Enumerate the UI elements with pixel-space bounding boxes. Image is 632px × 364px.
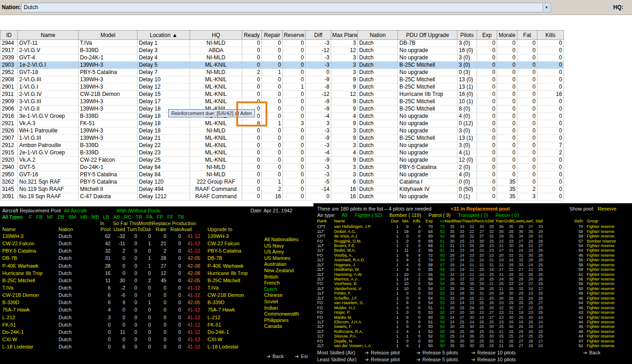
pilot-row-hogenes-j[interactable]: 2LTHogenes, J.14058572924212131212833242… [317,263,628,267]
group-row-2950[interactable]: 2950GVT-16PBY-5 CatalinaDelay 84NI-MLD00… [0,171,564,179]
pool-row-cw-22-falcon[interactable]: CW-22 FalconDutch42-110121041-12CW-22 Fa… [2,240,304,247]
air-type-transport-0[interactable]: Transport ( 0) [458,212,488,218]
pilot-back-button[interactable]: ➔Back [583,350,600,356]
pilot-row-voorhees-b[interactable]: FOVoorhees, B.11005454283035282125332427… [317,281,628,286]
group-row-2952[interactable]: 2952GVT-18PBY-5 CatalinaDelay 7NI-MLD210… [0,69,564,76]
pilot-row-bedet-w-a[interactable]: 1LTBedet, W.A.11126661312326222327312423… [317,248,628,253]
pool-row-b-339d[interactable]: B-339DDutch69010042-05B-339D [2,299,304,306]
group-row-2906[interactable]: 29062-VI.G.II139WH-3Delay 18ML-KNIL000-9… [0,106,564,113]
pilot-row-manke-m[interactable]: FOManke M.18050502427302427233025202442F… [317,315,628,319]
group-row-2916[interactable]: 29163e-1-VI.G.V GroepB-339DDelay 18ML-KN… [0,113,564,120]
type-filter-lb[interactable]: LB [103,214,109,220]
nationality-indian[interactable]: Indian [264,305,299,311]
pilot-row-deibel-a-g[interactable]: 1LTDeibel, A.G.1190646335332227323028363… [317,229,628,233]
pilot-row-sleeuw-p-a[interactable]: 1LTSleeuw, P.A.1105250252436253025252425… [317,334,628,338]
pilot-row-bruggink-g-m[interactable]: FOBruggink, G.M.100586130252330252233272… [317,238,628,243]
group-row-2903[interactable]: 29031e-2-VI.G.I139WH-3Delay 5ML-KNIL000-… [0,62,564,69]
pool-row-139wh-3[interactable]: 139WH-3Dutch62-32000041-12139WH-3 [2,232,304,240]
pilot-col-header-navs[interactable]: NavS [464,219,474,223]
col-header-repair[interactable]: Repair [262,31,283,40]
type-filter-all-types[interactable]: All Types [2,214,22,220]
air-type-recon-0[interactable]: Recon ( 0) [495,212,519,218]
pool-row-cxi-w[interactable]: CXI-WDutch00000041-12CXI-W [2,336,304,343]
pilot-col-header-navt[interactable]: NavT [455,219,465,223]
group-row-3262[interactable]: 3262No.321 Sqn RAFPBY-5 CatalinaDelay 12… [0,179,564,186]
group-row-2944[interactable]: 2944GVT-11T.IVaDelay 1NI-MLD000-33DutchD… [0,40,564,47]
col-header-exp[interactable]: Exp [477,31,497,40]
pilot-row-van-der-vossen-l-a[interactable]: 2LTvan der Vossen, L.A.14150503530302525… [317,343,628,348]
pilot-row-broers-f-e[interactable]: 1LTBroers, F.E.1206861312325282321302622… [317,243,628,248]
nationality-australian[interactable]: Australian [264,261,299,268]
nationality-us-army[interactable]: US Army [264,249,299,255]
air-type-fighter-52[interactable]: Fighter ( 52) [355,212,382,218]
nationality-canada[interactable]: Canada [264,323,299,330]
pilot-row-hoijer-p[interactable]: FOHoijer, P.1005350272030222723311923264… [317,310,628,315]
col-header-nation[interactable]: Nation [358,31,398,40]
release-10-top-button[interactable]: ➔Release 10 pilots [471,350,516,356]
release-5-top-button[interactable]: ➔Release 5 pilots [416,350,458,356]
nationality-british[interactable]: British [264,274,299,280]
group-row-2911[interactable]: 29112-VI.G.IVCW-21B DemonDelay 15ML-KNIL… [0,91,564,98]
release-5-bottom-button[interactable]: ➔Release 5 pilots [416,357,458,363]
group-row-2912[interactable]: 2912Ambon PatrouilleB-339DDelay 22ML-KNI… [0,142,564,149]
pool-row-p-40e-warhawk[interactable]: P-40E WarhawkDutch2800127042-08P-40E War… [2,262,304,269]
col-header-max-planes[interactable]: Max Planes [331,31,358,40]
pilot-col-header-staf[interactable]: Staf [533,219,543,223]
pool-row-l-212[interactable]: L-212Dutch30000041-12L-212 [2,314,304,321]
type-filter-tr[interactable]: TR [136,214,143,220]
pool-row-pby-5-catalina[interactable]: PBY-5 CatalinaDutch322002041-12PBY-5 Cat… [2,247,304,254]
pilot-row-voorbij-a[interactable]: FOVoorbij, A.164726028242320232032313026… [317,253,628,258]
pool-row-db-7b[interactable]: DB-7BDutch3100128042-05DB-7B [2,254,304,262]
pilot-col-header-asw[interactable]: ASW [484,219,494,223]
nationality-dutch[interactable]: Dutch [264,286,299,293]
pilot-col-header-tran[interactable]: Tran [494,219,504,223]
col-header-location[interactable]: Location ▲ [138,31,190,40]
pilot-col-header-defn[interactable]: Defn [543,219,583,223]
col-header-hq[interactable]: HQ [190,31,242,40]
air-type-all[interactable]: All [342,212,347,218]
with-without-pools-filter[interactable]: With /Without Pools [117,208,160,213]
group-row-2901[interactable]: 29011-VI.G.I139WH-3Delay 12ML-KNIL001-89… [0,84,564,91]
release-pilot-top-button[interactable]: ➔Release pilot [365,350,400,356]
type-filter-nf[interactable]: NF [47,214,53,220]
type-filter-f[interactable]: F [29,214,32,220]
pilot-row-anemaet-r-a-d[interactable]: 1LTAnemaet, R.A.D.1927458272421242123343… [317,258,628,262]
group-row-2909[interactable]: 29093-VI.G.III139WH-3Delay 17ML-KNIL000-… [0,98,564,106]
pilot-row-van-haarlem-g[interactable]: FOvan Haarlem, G.18054533324232526232928… [317,301,628,305]
pool-row-hurricane-iib-trop[interactable]: Hurricane IIb TropDutch1600012042-08Hurr… [2,269,304,277]
col-header-id[interactable]: ID [0,31,18,40]
pilot-row-mulder-h-j[interactable]: FOMulder, H.J.10051512625292528223027222… [317,305,628,310]
pilot-col-header-recn[interactable]: Recn [474,219,484,223]
pool-row-b-25c-mitchell[interactable]: B-25C MitchellDutch11300245042-05B-25C M… [2,277,304,284]
pilot-row-dejalle-n[interactable]: FODejalle, N.100505035303025252126272827… [317,339,628,343]
release-pilot-bottom-button[interactable]: ➔Release pilot [365,357,400,363]
pilot-col-header-due[interactable]: Due [389,219,398,223]
pilot-row-scheffer-j-f[interactable]: 2LTScheffer, J.F.10054533326252125302825… [317,296,628,301]
pilot-col-header-air[interactable]: Air [433,219,445,223]
nationality-philippines[interactable]: Philippines [264,317,299,324]
pool-back-button[interactable]: ➔Back [266,353,284,359]
all-aircraft-filter[interactable]: All Aircraft [64,208,87,213]
group-row-2926[interactable]: 2926WH-1 Patrouille139WH-3Delay 18NI-MLD… [0,127,564,135]
col-header-pdu-off-upgrade[interactable]: PDU Off Upgrade [398,31,457,40]
type-filter-fp[interactable]: FP [157,214,163,220]
pilot-row-pelder-f[interactable]: 1LTPelder, F.100535331283031262830292325… [317,291,628,295]
type-filter-ab[interactable]: AB [113,214,120,220]
type-filter-bm[interactable]: BM [69,214,76,220]
pool-row-l-18-lodestar[interactable]: L-18 LodestarDutch06000041-12L-18 Lodest… [2,343,304,350]
pilot-col-header-lowg[interactable]: LowG [523,219,533,223]
type-filter-tb[interactable]: TB [178,214,184,220]
col-header-kills[interactable]: Kills [537,31,564,40]
chevron-down-icon[interactable]: ▼ [542,4,550,11]
col-header-morale[interactable]: Morale [497,31,517,40]
pool-row-fk-51[interactable]: FK-51Dutch00000041-12FK-51 [2,321,304,328]
group-row-3091[interactable]: 3091No.19 Sqn RAAFC-47 DakotaDelay 1212R… [0,193,564,200]
col-header-diff[interactable]: Diff [306,31,331,40]
group-row-2917[interactable]: 29172-VI.G.VB-339DDelay 3ABDA000-1212Dut… [0,47,564,54]
col-header-reserve[interactable]: Reserve [283,31,306,40]
nationality-new-zealand[interactable]: New Zealand [264,268,299,274]
type-filter-db[interactable]: DB [58,214,64,220]
type-filter-rc[interactable]: RC [124,214,132,220]
type-filter-hb[interactable]: HB [80,214,87,220]
nationality-chinese[interactable]: Chinese [264,292,299,299]
